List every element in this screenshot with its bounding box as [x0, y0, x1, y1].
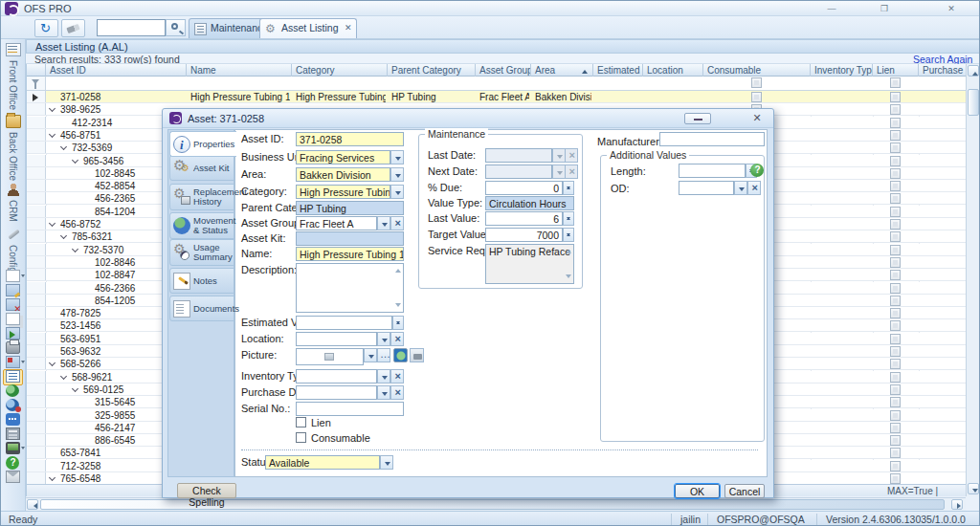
consumable-checkbox[interactable]	[296, 432, 306, 443]
lien-checkbox[interactable]	[890, 334, 901, 344]
field-input[interactable]: Available	[265, 455, 380, 470]
description-textarea[interactable]	[296, 263, 404, 313]
service-required-textarea[interactable]: HP Tubing Reface	[485, 244, 574, 284]
browse-button[interactable]	[377, 348, 390, 362]
vertical-scroll-thumb[interactable]	[968, 89, 979, 116]
tree-expand-icon[interactable]	[72, 157, 78, 164]
lien-checkbox[interactable]	[890, 384, 901, 395]
tab-asset-listing[interactable]: ⚙Asset Listing✕	[259, 18, 357, 38]
spinner-buttons[interactable]	[563, 211, 574, 226]
lien-checkbox[interactable]	[890, 283, 901, 294]
tool-pivot-grid-button[interactable]	[1, 355, 26, 369]
tree-expand-icon[interactable]	[49, 131, 56, 138]
tool-calculator-button[interactable]	[1, 427, 26, 441]
lien-checkbox[interactable]	[890, 130, 901, 141]
consumable-checkbox[interactable]	[751, 92, 762, 102]
horizontal-scroll-thumb[interactable]	[40, 499, 945, 510]
lien-checkbox[interactable]	[890, 346, 901, 357]
lien-checkbox[interactable]	[890, 181, 901, 191]
lien-checkbox[interactable]	[890, 320, 901, 331]
spinner-buttons[interactable]	[563, 181, 574, 195]
lien-checkbox[interactable]	[890, 270, 901, 280]
dropdown-button[interactable]	[377, 369, 390, 384]
column-header-category[interactable]: Category	[292, 64, 388, 77]
scroll-down-button[interactable]	[968, 483, 979, 494]
lien-checkbox[interactable]	[890, 219, 901, 230]
tree-expand-icon[interactable]	[60, 143, 67, 150]
lien-checkbox[interactable]	[890, 461, 901, 471]
column-header-consumable[interactable]: Consumable	[703, 64, 811, 77]
lien-checkbox[interactable]	[890, 359, 901, 369]
lien-checkbox[interactable]	[890, 245, 901, 255]
column-header-location[interactable]: Location	[643, 64, 703, 77]
refresh-button[interactable]: ↻	[34, 19, 58, 37]
tool-edit-grid-button[interactable]	[1, 283, 26, 297]
column-header-asset-group[interactable]: Asset Group	[476, 64, 531, 77]
dropdown-button[interactable]	[364, 348, 377, 362]
window-minimize-button[interactable]: —	[824, 5, 839, 13]
dropdown-button[interactable]	[380, 455, 393, 470]
lien-checkbox[interactable]	[890, 257, 901, 268]
lien-checkbox[interactable]	[890, 168, 901, 179]
field-input[interactable]	[296, 402, 404, 416]
asset-row[interactable]: 371-0258High Pressure Tubing 10KHigh Pre…	[27, 91, 967, 103]
field-input[interactable]	[485, 164, 552, 179]
field-input[interactable]: 0	[485, 181, 563, 195]
tool-copy-button[interactable]	[1, 312, 26, 326]
window-close-button[interactable]: ✕	[944, 5, 959, 13]
clear-button[interactable]	[565, 164, 578, 179]
lien-checkbox[interactable]	[890, 118, 901, 128]
scroll-left-button[interactable]	[27, 499, 38, 510]
lien-checkbox[interactable]	[890, 193, 901, 204]
lien-checkbox[interactable]	[890, 207, 901, 217]
lien-checkbox[interactable]	[890, 142, 901, 153]
field-input[interactable]: Frac Fleet A	[296, 216, 377, 230]
column-header-area[interactable]: Area	[531, 64, 593, 77]
clear-button[interactable]	[390, 369, 404, 384]
vertical-scrollbar[interactable]	[966, 64, 980, 496]
tool-asset-list-button[interactable]	[1, 369, 26, 384]
field-input[interactable]: Circulation Hours	[485, 196, 574, 210]
spinner-buttons[interactable]	[392, 316, 404, 330]
dropdown-button[interactable]	[552, 164, 566, 179]
tool-new-item-button[interactable]	[1, 269, 26, 283]
dropdown-button[interactable]	[390, 185, 404, 199]
dropdown-button[interactable]	[377, 216, 390, 230]
field-input[interactable]	[296, 369, 377, 384]
lien-checkbox[interactable]	[890, 435, 901, 446]
field-input[interactable]	[679, 181, 734, 195]
search-input[interactable]	[97, 19, 166, 36]
field-input[interactable]	[296, 231, 404, 246]
horizontal-scrollbar[interactable]	[26, 497, 966, 511]
tool-globe-green-button[interactable]	[1, 384, 26, 398]
lien-checkbox[interactable]	[890, 397, 901, 407]
field-input[interactable]	[296, 332, 377, 346]
lien-checkbox[interactable]	[890, 473, 901, 484]
lien-checkbox[interactable]	[890, 448, 901, 458]
clear-button[interactable]	[747, 181, 761, 195]
field-input[interactable]: 371-0258	[296, 132, 404, 146]
column-header-name[interactable]: Name	[187, 64, 292, 77]
length-help-icon[interactable]	[750, 164, 764, 177]
column-header-inventory-type[interactable]: Inventory Type	[811, 64, 873, 77]
tree-expand-icon[interactable]	[60, 232, 67, 239]
lien-checkbox[interactable]	[890, 156, 901, 166]
column-header-estimated-v-[interactable]: Estimated V...	[593, 64, 643, 77]
dialog-tab-properties[interactable]: Properties	[169, 131, 236, 157]
lien-checkbox[interactable]	[890, 231, 901, 242]
tab-close-icon[interactable]: ✕	[345, 24, 352, 33]
lien-checkbox[interactable]	[890, 423, 901, 433]
tree-expand-icon[interactable]	[72, 246, 78, 252]
dropdown-button[interactable]	[377, 332, 390, 346]
window-restore-button[interactable]: ❐	[877, 5, 892, 13]
lien-checkbox[interactable]	[890, 296, 901, 306]
tool-print-button[interactable]	[1, 340, 26, 355]
column-header-parent-category[interactable]: Parent Category	[388, 64, 476, 77]
tool-delete-grid-button[interactable]	[1, 297, 26, 312]
dropdown-button[interactable]	[734, 181, 747, 195]
field-input[interactable]: High Pressure Tubing 10K	[296, 247, 404, 261]
lien-checkbox[interactable]	[890, 104, 901, 115]
filter-consumable-checkbox[interactable]	[751, 77, 762, 88]
tool-monitor-button[interactable]	[1, 441, 26, 455]
tool-chat-button[interactable]	[1, 412, 26, 427]
